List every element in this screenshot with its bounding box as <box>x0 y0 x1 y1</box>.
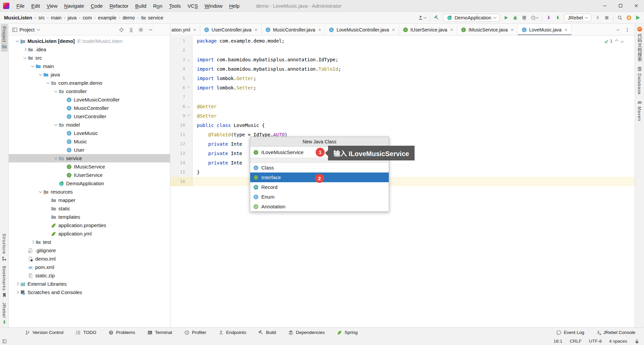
tab-MusicController.java[interactable]: CMusicController.java× <box>262 24 325 35</box>
fold-marker-icon[interactable] <box>187 86 190 89</box>
debug-button[interactable] <box>513 15 518 20</box>
breadcrumb-item-service[interactable]: service <box>141 15 163 20</box>
close-tab-icon[interactable]: × <box>392 27 395 32</box>
breadcrumb-item-main[interactable]: main <box>51 15 61 20</box>
tree-expand-icon[interactable] <box>15 282 19 286</box>
tab-IMusicService.java[interactable]: IIMusicService.java× <box>457 24 518 35</box>
tree-item-model[interactable]: model <box>9 121 170 129</box>
tree-item-MusicController[interactable]: CMusicController <box>9 104 170 112</box>
close-button[interactable] <box>628 0 644 12</box>
project-panel-title[interactable]: Project <box>19 27 35 32</box>
close-tab-icon[interactable]: × <box>255 27 258 32</box>
tree-item-application.yml[interactable]: application.yml <box>9 229 170 238</box>
breadcrumb-item-java[interactable]: java <box>68 15 77 20</box>
popup-item-record[interactable]: RRecord <box>250 182 389 192</box>
gutter[interactable]: 14 <box>170 158 193 167</box>
tree-collapse-icon[interactable] <box>39 190 42 193</box>
tab-ation.yml[interactable]: ation.yml× <box>170 24 200 35</box>
settings-button[interactable] <box>138 27 144 32</box>
tree-expand-icon[interactable] <box>31 240 34 244</box>
tree-item-IUserService[interactable]: IIUserService <box>9 171 170 179</box>
tool-button-spring[interactable]: Spring <box>337 330 358 335</box>
close-tab-icon[interactable]: × <box>318 27 321 32</box>
collapse-button[interactable] <box>128 27 134 32</box>
tree-collapse-icon[interactable] <box>54 123 57 126</box>
tool-button-build[interactable]: Build <box>258 330 276 335</box>
stop-button[interactable] <box>604 15 609 20</box>
tree-item-static[interactable]: static <box>9 204 170 213</box>
fold-marker-icon[interactable] <box>187 58 190 61</box>
menu-build[interactable]: Build <box>132 0 149 12</box>
tool-button-terminal[interactable]: Terminal <box>147 330 172 335</box>
menu-help[interactable]: Help <box>226 0 243 12</box>
tool-button-problems[interactable]: Problems <box>108 330 135 335</box>
prev-problem-icon[interactable] <box>615 40 619 43</box>
gutter[interactable]: 2 <box>170 46 193 55</box>
gutter[interactable]: 8 <box>170 102 193 111</box>
tree-item-mapper[interactable]: mapper <box>9 196 170 204</box>
caret-position[interactable]: 16:1 <box>553 339 562 344</box>
close-tab-icon[interactable]: × <box>193 27 196 32</box>
gutter[interactable]: 7 <box>170 92 193 102</box>
gutter[interactable]: 6 <box>170 83 193 92</box>
popup-item-class[interactable]: CClass <box>250 163 389 172</box>
gutter[interactable]: 10 <box>170 121 193 130</box>
tree-item-templates[interactable]: templates <box>9 213 170 221</box>
tree-item-pom.xml[interactable]: mpom.xml <box>9 263 170 271</box>
next-problem-icon[interactable] <box>621 40 624 43</box>
run-with-jrebel-button[interactable] <box>546 15 551 20</box>
tool-button-jrebel-console[interactable]: JRJRebel Console <box>596 330 635 335</box>
tree-item-static.zip[interactable]: static.zip <box>9 271 170 280</box>
fold-marker-icon[interactable] <box>187 115 190 117</box>
menu-file[interactable]: File <box>13 0 28 12</box>
tree-item-External-Libraries[interactable]: External Libraries <box>9 280 170 288</box>
jrebel-select[interactable]: JRebel <box>564 14 591 22</box>
tree-item-Music[interactable]: CMusic <box>9 137 170 146</box>
tree-item-main[interactable]: main <box>9 62 170 70</box>
tree-item-LoveMusic[interactable]: CLoveMusic <box>9 129 170 137</box>
minimize-button[interactable] <box>597 0 612 12</box>
menu-view[interactable]: View <box>44 0 60 12</box>
tree-item-src[interactable]: src <box>9 54 170 62</box>
run-button[interactable] <box>503 15 509 20</box>
tool-stripe-Database[interactable]: Database <box>636 64 643 97</box>
tree-collapse-icon[interactable] <box>39 72 42 76</box>
gutter[interactable]: 1 <box>170 36 193 46</box>
close-tab-icon[interactable]: × <box>565 27 568 32</box>
menu-vcs[interactable]: VCS <box>184 0 201 12</box>
lock-icon[interactable] <box>635 339 639 344</box>
tree-item-DemoApplication[interactable]: CDemoApplication <box>9 179 170 188</box>
close-tab-icon[interactable]: × <box>511 27 514 32</box>
code-editor[interactable]: 1 package com.example.demo.model; 2 3 im… <box>170 36 635 327</box>
tree-item-com.example.demo[interactable]: com.example.demo <box>9 79 170 87</box>
tool-stripe-jrebel[interactable]: JRebel <box>1 300 8 327</box>
tree-item-.gitignore[interactable]: .gitignore <box>9 246 170 255</box>
search-everywhere-button[interactable] <box>617 15 623 20</box>
breadcrumb-item-demo[interactable]: demo <box>122 15 135 20</box>
tool-stripe-structure[interactable]: Structure <box>1 231 8 264</box>
popup-item-annotation[interactable]: @Annotation <box>250 202 389 211</box>
tree-item-User[interactable]: CUser <box>9 146 170 154</box>
menu-refactor[interactable]: Refactor <box>106 0 131 12</box>
tool-button-version-control[interactable]: Version Control <box>25 330 63 335</box>
tree-item-LoveMusicController[interactable]: CLoveMusicController <box>9 95 170 104</box>
menu-code[interactable]: Code <box>88 0 106 12</box>
tree-collapse-icon[interactable] <box>54 156 57 159</box>
gutter[interactable]: 3 <box>170 55 193 64</box>
fold-marker-icon[interactable] <box>187 105 190 108</box>
gutter[interactable]: 12 <box>170 139 193 149</box>
tab-IUserService.java[interactable]: IIUserService.java× <box>399 24 457 35</box>
run-configuration-select[interactable]: CDemoApplication <box>443 14 500 22</box>
tab-UserController.java[interactable]: CUserController.java× <box>200 24 262 35</box>
breadcrumb-item-example[interactable]: example <box>98 15 116 20</box>
breadcrumb-item-com[interactable]: com <box>83 15 92 20</box>
store-button[interactable] <box>635 15 641 20</box>
menu-tools[interactable]: Tools <box>166 0 184 12</box>
gutter[interactable]: 9 <box>170 111 193 121</box>
coverage-button[interactable] <box>522 15 527 20</box>
tree-item-.idea[interactable]: .idea <box>9 45 170 54</box>
tree-item-IMusicService[interactable]: IIMusicService <box>9 162 170 171</box>
tool-button-profiler[interactable]: Profiler <box>184 330 206 335</box>
tree-item-Scratches-and-Consoles[interactable]: Scratches and Consoles <box>9 288 170 296</box>
tree-collapse-icon[interactable] <box>54 89 57 92</box>
